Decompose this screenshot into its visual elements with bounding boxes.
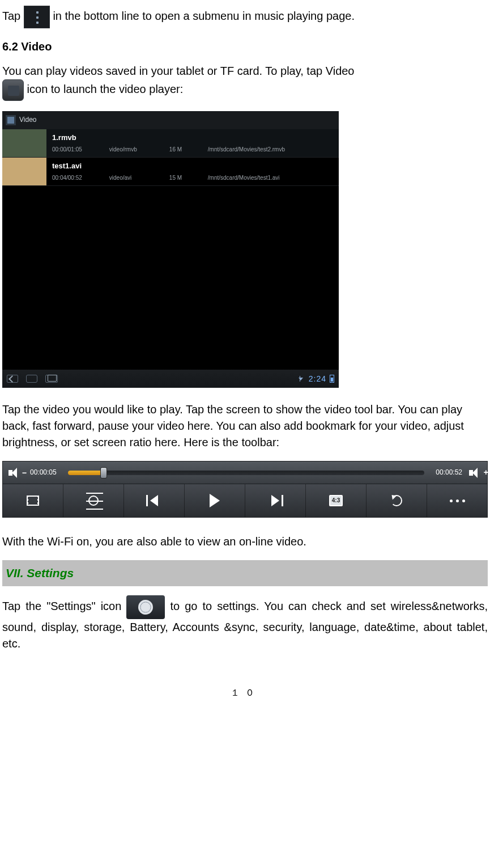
vertical-dots-icon — [24, 6, 50, 28]
video-list-screenshot: Video 1.rmvb 00:00/01:05 video/rmvb 16 M… — [2, 111, 339, 388]
video-size: 15 M — [169, 174, 199, 183]
text: Tap — [2, 10, 24, 22]
previous-button[interactable] — [124, 484, 185, 517]
video-path: /mnt/sdcard/Movies/test1.avi — [208, 174, 280, 183]
video-size: 16 M — [169, 146, 199, 154]
page-number: １０ — [2, 686, 488, 699]
more-button[interactable] — [427, 484, 487, 517]
video-filename: 1.rmvb — [52, 133, 334, 143]
text: icon to launch the video player: — [27, 83, 184, 95]
next-button[interactable] — [245, 484, 306, 517]
video-list-item[interactable]: 1.rmvb 00:00/01:05 video/rmvb 16 M /mnt/… — [2, 129, 339, 158]
video-list-titlebar: Video — [2, 111, 339, 129]
tap-submenu-paragraph: Tap in the bottom line to open a submenu… — [2, 6, 488, 28]
video-mime: video/rmvb — [109, 146, 160, 154]
tap-video-paragraph: Tap the video you would like to play. Ta… — [2, 401, 488, 451]
video-filename: test1.avi — [52, 161, 334, 172]
video-thumbnail — [2, 129, 46, 157]
home-icon[interactable] — [26, 375, 37, 383]
clapperboard-icon — [6, 115, 16, 125]
aspect-ratio-button[interactable]: 4:3 — [306, 484, 367, 517]
total-time: 00:00:52 — [436, 468, 462, 477]
brightness-button[interactable] — [63, 484, 124, 517]
settings-heading-text: VII. Settings — [6, 565, 74, 582]
recent-apps-icon[interactable] — [45, 375, 58, 383]
text: Tap the "Settings" icon — [2, 600, 126, 612]
volume-down-icon[interactable] — [8, 468, 21, 478]
seek-bar-row: 00:00:05 00:00:52 — [3, 461, 487, 484]
more-icon — [448, 496, 467, 505]
text: in the bottom line to open a submenu in … — [53, 10, 355, 22]
back-icon[interactable] — [7, 375, 18, 383]
settings-gear-icon — [126, 595, 165, 619]
video-mime: video/avi — [109, 174, 160, 183]
skip-forward-icon — [271, 495, 279, 506]
skip-back-icon — [150, 495, 158, 506]
battery-icon — [330, 375, 334, 383]
rotate-icon — [391, 495, 402, 506]
bookmark-button[interactable] — [3, 484, 63, 517]
video-intro-paragraph: You can play videos saved in your tablet… — [2, 63, 488, 101]
video-path: /mnt/sdcard/Movies/test2.rmvb — [208, 146, 285, 154]
video-player-app-icon — [2, 79, 24, 101]
download-icon — [300, 376, 305, 382]
rotate-button[interactable] — [367, 484, 427, 517]
aspect-ratio-label: 4:3 — [329, 495, 343, 507]
video-section-heading: 6.2 Video — [2, 39, 488, 55]
video-list-item[interactable]: test1.avi 00:04/00:52 video/avi 15 M /mn… — [2, 158, 339, 186]
volume-up-icon[interactable] — [469, 468, 482, 478]
android-navbar: 2:24 — [2, 370, 339, 388]
play-icon — [210, 494, 220, 507]
video-duration: 00:00/01:05 — [52, 146, 82, 154]
video-list-title: Video — [19, 115, 36, 125]
wifi-online-paragraph: With the Wi-Fi on, you are also able to … — [2, 533, 488, 550]
play-button[interactable] — [185, 484, 245, 517]
film-icon — [27, 496, 39, 506]
status-time: 2:24 — [309, 373, 326, 384]
seek-slider[interactable] — [68, 471, 425, 475]
video-toolbar-screenshot: 00:00:05 00:00:52 4:3 — [2, 461, 488, 518]
video-duration: 00:04/00:52 — [52, 174, 82, 183]
brightness-icon — [88, 496, 99, 506]
settings-paragraph: Tap the "Settings" icon to go to setting… — [2, 595, 488, 652]
elapsed-time: 00:00:05 — [30, 468, 57, 477]
video-thumbnail — [2, 158, 46, 185]
text: You can play videos saved in your tablet… — [2, 65, 355, 77]
settings-section-heading: VII. Settings — [2, 560, 488, 586]
